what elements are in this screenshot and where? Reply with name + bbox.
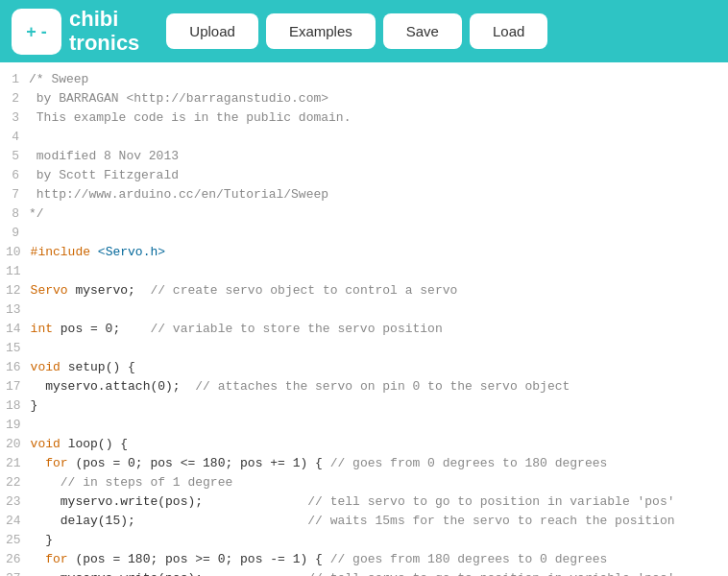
line-content [31,262,728,281]
line-number: 10 [0,243,31,262]
code-line: 4 [0,128,728,147]
line-number: 4 [0,128,29,147]
brand-line2: tronics [69,32,139,55]
line-number: 12 [0,281,31,300]
line-content: */ [29,204,728,224]
line-content: } [31,396,728,416]
line-content [29,128,728,147]
line-content [31,416,728,435]
line-number: 20 [0,435,31,454]
line-number: 25 [0,531,31,550]
brand-line1: chibi [69,8,139,31]
line-content: void loop() { [31,435,728,454]
load-button[interactable]: Load [470,13,547,49]
code-line: 2 by BARRAGAN <http://barraganstudio.com… [0,89,728,108]
line-number: 14 [0,320,31,339]
code-line: 12Servo myservo; // create servo object … [0,281,728,300]
line-content: by Scott Fitzgerald [29,166,728,185]
line-number: 23 [0,492,31,512]
code-line: 8*/ [0,204,728,224]
code-line: 11 [0,262,728,281]
line-number: 21 [0,454,31,473]
brand-name: chibi tronics [69,8,139,54]
logo-box: + - [12,9,61,55]
header: + - chibi tronics Upload Examples Save L… [0,0,728,62]
code-line: 22 // in steps of 1 degree [0,473,728,492]
line-number: 26 [0,550,31,569]
line-content: delay(15); // waits 15ms for the servo t… [31,512,728,531]
code-line: 26 for (pos = 180; pos >= 0; pos -= 1) {… [0,550,728,569]
line-content [31,300,728,320]
code-line: 14int pos = 0; // variable to store the … [0,320,728,339]
line-number: 6 [0,166,29,185]
line-content: myservo.attach(0); // attaches the servo… [31,377,728,396]
line-number: 16 [0,358,31,377]
line-number: 7 [0,185,29,204]
line-number: 27 [0,569,31,576]
line-content: myservo.write(pos); // tell servo to go … [31,569,728,576]
line-content: // in steps of 1 degree [31,473,728,492]
line-number: 2 [0,89,29,108]
line-content: myservo.write(pos); // tell servo to go … [31,492,728,512]
line-number: 19 [0,416,31,435]
line-number: 24 [0,512,31,531]
code-line: 24 delay(15); // waits 15ms for the serv… [0,512,728,531]
line-content: for (pos = 0; pos <= 180; pos += 1) { //… [31,454,728,473]
code-line: 6 by Scott Fitzgerald [0,166,728,185]
code-line: 1/* Sweep [0,70,728,89]
code-line: 16void setup() { [0,358,728,377]
code-line: 7 http://www.arduino.cc/en/Tutorial/Swee… [0,185,728,204]
code-line: 23 myservo.write(pos); // tell servo to … [0,492,728,512]
line-content: modified 8 Nov 2013 [29,147,728,166]
code-line: 25 } [0,531,728,550]
examples-button[interactable]: Examples [266,13,376,49]
line-content: by BARRAGAN <http://barraganstudio.com> [29,89,728,108]
line-content: This example code is in the public domai… [29,108,728,128]
code-editor[interactable]: 1/* Sweep2 by BARRAGAN <http://barragans… [0,62,728,576]
code-line: 20void loop() { [0,435,728,454]
line-content: Servo myservo; // create servo object to… [31,281,728,300]
line-number: 3 [0,108,29,128]
line-content [31,339,728,358]
line-content: void setup() { [31,358,728,377]
line-content: int pos = 0; // variable to store the se… [31,320,728,339]
line-content: #include <Servo.h> [31,243,728,262]
logo-area: + - chibi tronics [12,8,139,54]
line-content: /* Sweep [29,70,728,89]
line-number: 22 [0,473,31,492]
code-line: 9 [0,224,728,243]
line-content: } [31,531,728,550]
code-line: 5 modified 8 Nov 2013 [0,147,728,166]
line-number: 9 [0,224,29,243]
line-number: 1 [0,70,29,89]
line-number: 5 [0,147,29,166]
code-line: 10#include <Servo.h> [0,243,728,262]
line-content [29,224,728,243]
line-number: 15 [0,339,31,358]
code-line: 18} [0,396,728,416]
line-content: http://www.arduino.cc/en/Tutorial/Sweep [29,185,728,204]
save-button[interactable]: Save [383,13,462,49]
code-line: 3 This example code is in the public dom… [0,108,728,128]
code-line: 17 myservo.attach(0); // attaches the se… [0,377,728,396]
line-number: 18 [0,396,31,416]
line-number: 8 [0,204,29,224]
code-line: 21 for (pos = 0; pos <= 180; pos += 1) {… [0,454,728,473]
line-number: 11 [0,262,31,281]
code-line: 13 [0,300,728,320]
code-line: 19 [0,416,728,435]
line-number: 13 [0,300,31,320]
nav-buttons: Upload Examples Save Load [166,13,547,49]
upload-button[interactable]: Upload [166,13,258,49]
code-line: 15 [0,339,728,358]
line-number: 17 [0,377,31,396]
logo-icon: + - [26,23,47,40]
code-line: 27 myservo.write(pos); // tell servo to … [0,569,728,576]
line-content: for (pos = 180; pos >= 0; pos -= 1) { //… [31,550,728,569]
